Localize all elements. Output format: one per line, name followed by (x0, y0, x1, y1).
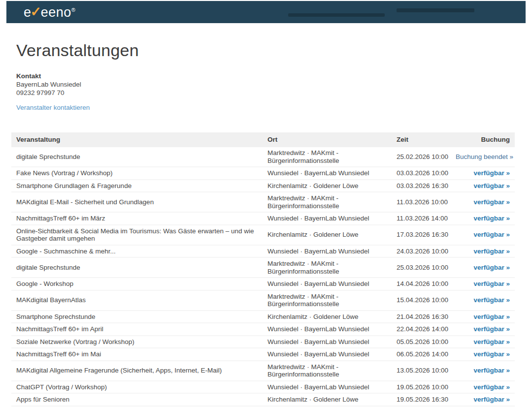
booking-ended-link[interactable]: Buchung beendet » (456, 153, 513, 160)
event-booking-cell: verfügbar » (451, 290, 515, 311)
event-time-cell: 25.02.2026 10:00 (392, 147, 451, 167)
event-time-cell: 03.03.2026 10:00 (392, 167, 451, 180)
event-location-cell: Wunsiedel · BayernLab Wunsiedel (263, 336, 392, 348)
event-time-cell: 03.03.2026 16:30 (392, 180, 451, 192)
event-time-cell: 24.03.2026 10:00 (392, 245, 451, 258)
event-row: Smartphone SprechstundeKirchenlamitz · G… (11, 311, 515, 323)
event-row: Google - WorkshopWunsiedel · BayernLab W… (11, 278, 515, 290)
event-title-cell: NachmittagsTreff 60+ im März (11, 212, 263, 225)
event-title-cell: MAKdigital E-Mail - Sicherheit und Grund… (11, 192, 263, 212)
event-location-cell: Wunsiedel · BayernLab Wunsiedel (263, 381, 392, 394)
event-booking-cell: verfügbar » (451, 311, 515, 323)
event-title-cell: MAKdigital Allgemeine Fragerunde (Sicher… (11, 361, 263, 381)
booking-available-link[interactable]: verfügbar » (473, 264, 510, 271)
registered-trademark-symbol: ® (71, 6, 76, 12)
event-booking-cell: verfügbar » (451, 336, 515, 348)
page-title: Veranstaltungen (16, 41, 515, 60)
contact-heading: Kontakt (16, 72, 515, 80)
event-location-cell: Marktredwitz · MAKmit - Bürgerinformatio… (263, 257, 392, 278)
event-title-cell: NachmittagsTreff 60+ im April (11, 323, 263, 336)
booking-available-link[interactable]: verfügbar » (473, 338, 510, 345)
column-header-time: Zeit (392, 132, 451, 147)
booking-available-link[interactable]: verfügbar » (473, 350, 510, 358)
event-row: MAKdigital Allgemeine Fragerunde (Sicher… (11, 361, 515, 381)
event-time-cell: 15.04.2026 10:00 (392, 290, 451, 311)
event-booking-cell: verfügbar » (451, 212, 515, 225)
event-time-cell: 06.05.2026 14:00 (392, 348, 451, 361)
booking-available-link[interactable]: verfügbar » (473, 198, 510, 206)
event-title-cell: ChatGPT (Vortrag / Workshop) (11, 381, 263, 394)
event-row: digitale SprechstundeMarktredwitz · MAKm… (11, 257, 515, 278)
event-location-cell: Wunsiedel · BayernLab Wunsiedel (263, 323, 392, 336)
booking-available-link[interactable]: verfügbar » (473, 296, 510, 304)
event-time-cell: 05.05.2026 10:00 (392, 336, 451, 348)
eveeno-logo[interactable]: e✓eeno® (24, 5, 75, 19)
event-booking-cell: verfügbar » (451, 257, 515, 278)
events-table-header: Veranstaltung Ort Zeit Buchung (11, 132, 515, 147)
event-time-cell: 19.05.2026 16:30 (392, 393, 451, 406)
booking-available-link[interactable]: verfügbar » (473, 169, 510, 177)
event-booking-cell: verfügbar » (451, 361, 515, 381)
top-header-bar: e✓eeno® (6, 1, 526, 23)
event-title-cell: Soziale Netzwerke (Vortrag / Workshop) (11, 336, 263, 348)
event-title-cell: Smartphone Grundlagen & Fragerunde (11, 180, 263, 192)
event-booking-cell: verfügbar » (451, 381, 515, 394)
event-time-cell: 13.05.2026 10:00 (392, 361, 451, 381)
event-location-cell: Wunsiedel · BayernLab Wunsiedel (263, 348, 392, 361)
event-title-cell: Fake News (Vortrag / Workshop) (11, 167, 263, 180)
event-row: Fake News (Vortrag / Workshop)Wunsiedel … (11, 167, 515, 180)
booking-available-link[interactable]: verfügbar » (473, 248, 510, 255)
event-row: NachmittagsTreff 60+ im MaiWunsiedel · B… (11, 348, 515, 361)
column-header-event: Veranstaltung (11, 132, 263, 147)
event-time-cell: 17.03.2026 16:30 (392, 225, 451, 245)
booking-available-link[interactable]: verfügbar » (473, 215, 510, 222)
contact-organizer-link[interactable]: Veranstalter kontaktieren (16, 104, 90, 111)
event-booking-cell: Buchung beendet » (451, 147, 515, 167)
events-table: Veranstaltung Ort Zeit Buchung digitale … (11, 132, 515, 407)
booking-available-link[interactable]: verfügbar » (473, 325, 510, 333)
event-title-cell: Apps für Senioren (11, 393, 263, 406)
event-row: Apps für SeniorenKirchenlamitz · Goldene… (11, 393, 515, 406)
event-row: NachmittagsTreff 60+ im MärzWunsiedel · … (11, 212, 515, 225)
event-location-cell: Marktredwitz · MAKmit - Bürgerinformatio… (263, 361, 392, 381)
event-location-cell: Wunsiedel · BayernLab Wunsiedel (263, 212, 392, 225)
checkmark-icon: ✓ (31, 5, 42, 18)
event-title-cell: Google - Workshop (11, 278, 263, 290)
event-row: Online-Sichtbarkeit & Social Media im To… (11, 225, 515, 245)
event-booking-cell: verfügbar » (451, 180, 515, 192)
event-location-cell: Wunsiedel · BayernLab Wunsiedel (263, 278, 392, 290)
event-booking-cell: verfügbar » (451, 278, 515, 290)
event-booking-cell: verfügbar » (451, 245, 515, 258)
event-title-cell: digitale Sprechstunde (11, 147, 263, 167)
booking-available-link[interactable]: verfügbar » (473, 383, 510, 391)
event-title-cell: MAKdigital BayernAtlas (11, 290, 263, 311)
event-time-cell: 25.03.2026 10:00 (392, 257, 451, 278)
booking-available-link[interactable]: verfügbar » (473, 396, 510, 403)
events-table-body: digitale SprechstundeMarktredwitz · MAKm… (11, 147, 515, 407)
event-booking-cell: verfügbar » (451, 192, 515, 212)
event-row: Google - Suchmaschine & mehr...Wunsiedel… (11, 245, 515, 258)
event-row: NachmittagsTreff 60+ im AprilWunsiedel ·… (11, 323, 515, 336)
event-row: Soziale Netzwerke (Vortrag / Workshop)Wu… (11, 336, 515, 348)
event-location-cell: Kirchenlamitz · Goldener Löwe (263, 311, 392, 323)
event-row: digitale SprechstundeMarktredwitz · MAKm… (11, 147, 515, 167)
booking-available-link[interactable]: verfügbar » (473, 182, 510, 189)
event-time-cell: 11.03.2026 14:00 (392, 212, 451, 225)
booking-available-link[interactable]: verfügbar » (473, 313, 510, 320)
booking-available-link[interactable]: verfügbar » (473, 367, 510, 374)
event-row: ChatGPT (Vortrag / Workshop)Wunsiedel · … (11, 381, 515, 394)
event-time-cell: 21.04.2026 16:30 (392, 311, 451, 323)
event-booking-cell: verfügbar » (451, 323, 515, 336)
event-title-cell: digitale Sprechstunde (11, 257, 263, 278)
booking-available-link[interactable]: verfügbar » (473, 280, 510, 287)
event-location-cell: Wunsiedel · BayernLab Wunsiedel (263, 245, 392, 258)
booking-available-link[interactable]: verfügbar » (473, 231, 510, 238)
event-location-cell: Kirchenlamitz · Goldener Löwe (263, 225, 392, 245)
event-time-cell: 19.05.2026 10:00 (392, 381, 451, 394)
event-row: MAKdigital E-Mail - Sicherheit und Grund… (11, 192, 515, 212)
event-location-cell: Marktredwitz · MAKmit - Bürgerinformatio… (263, 192, 392, 212)
logo-text-post: eeno (41, 4, 71, 19)
contact-block: Kontakt BayernLab Wunsiedel 09232 97997 … (16, 72, 515, 97)
event-time-cell: 22.04.2026 14:00 (392, 323, 451, 336)
event-booking-cell: verfügbar » (451, 225, 515, 245)
